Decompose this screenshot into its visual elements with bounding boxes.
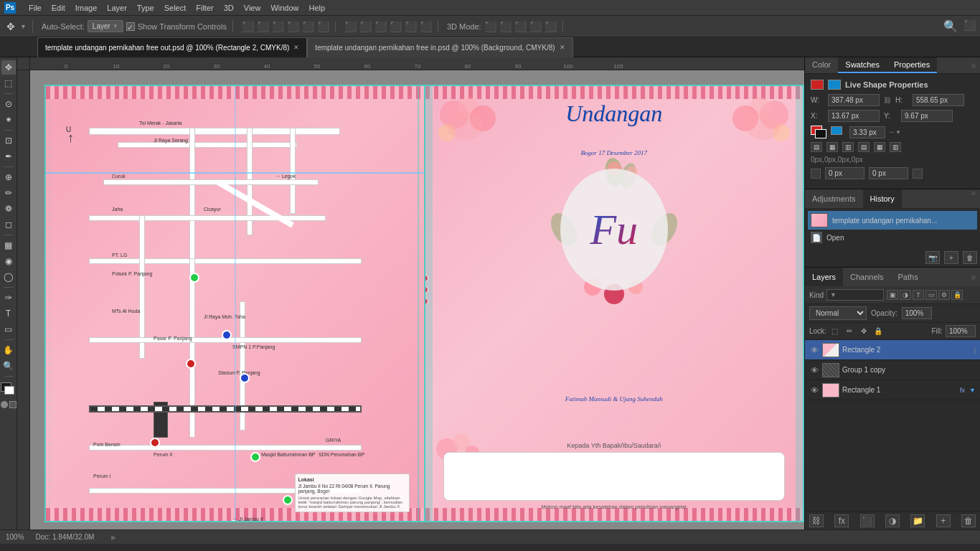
layer-eye-rect1[interactable]: 👁	[809, 385, 819, 395]
stroke-size-input[interactable]	[849, 126, 885, 138]
clone-tool[interactable]: ❁	[1, 202, 16, 216]
layer-link-btn[interactable]: ⛓	[809, 514, 824, 527]
hand-tool[interactable]: ✋	[1, 343, 16, 357]
filter-adjust-icon[interactable]: ◑	[900, 290, 911, 300]
tab-channels[interactable]: Channels	[843, 268, 890, 286]
tab-in[interactable]: template undangan pernikahan free in.psd…	[307, 37, 573, 57]
zoom-tool[interactable]: 🔍	[1, 359, 16, 373]
crop-tool[interactable]: ⊡	[1, 133, 16, 148]
tab-out[interactable]: template undangan pernikahan free out.ps…	[37, 37, 307, 57]
menu-select[interactable]: Select	[164, 4, 187, 12]
lock-transparent-btn[interactable]: ⬚	[829, 326, 841, 336]
radius-x-input[interactable]	[825, 167, 864, 179]
tab-swatches[interactable]: Swatches	[838, 57, 887, 73]
menu-help[interactable]: Help	[309, 4, 326, 12]
panel-expand-icon[interactable]: ≡	[967, 59, 980, 72]
canvas-content[interactable]: U ↑ Tol Merak - Jakarta Jl Raya Serang	[30, 70, 804, 529]
history-delete-btn[interactable]: 🗑	[963, 251, 977, 264]
transform-checkbox[interactable]: ✓	[126, 22, 135, 31]
stroke-color-box[interactable]	[831, 126, 845, 138]
layers-expand-icon[interactable]: ≡	[967, 273, 980, 281]
width-input[interactable]	[828, 94, 880, 106]
tab-history[interactable]: History	[863, 189, 902, 208]
eraser-tool[interactable]: ◻	[1, 217, 16, 232]
menu-view[interactable]: View	[244, 4, 261, 12]
x-input[interactable]	[828, 110, 880, 122]
history-item-open[interactable]: 📄 Open	[808, 230, 977, 245]
tab-in-close[interactable]: ✕	[560, 44, 565, 51]
layer-fx-btn[interactable]: fx	[834, 514, 849, 527]
layer-dropdown[interactable]: Layer ▼	[88, 20, 123, 32]
blur-tool[interactable]: ◉	[1, 254, 16, 268]
y-input[interactable]	[901, 110, 953, 122]
filter-pixel-icon[interactable]: ▣	[887, 290, 898, 300]
menu-type[interactable]: Type	[137, 4, 154, 12]
healing-tool[interactable]: ⊕	[1, 170, 16, 184]
stroke-swatch[interactable]	[828, 80, 841, 90]
align-top-icon[interactable]: ▤	[858, 142, 870, 152]
menu-window[interactable]: Window	[270, 4, 298, 12]
search-icon[interactable]: 🔍	[943, 19, 958, 33]
shape-tool[interactable]: ▭	[1, 322, 16, 336]
height-input[interactable]	[913, 94, 964, 106]
left-page[interactable]: U ↑ Tol Merak - Jakarta Jl Raya Serang	[44, 85, 425, 522]
canvas-area[interactable]: 0 10 20 30 40 50 60 70 80 90 100 105	[17, 57, 804, 529]
selection-tool[interactable]: ⬚	[1, 76, 16, 90]
right-page[interactable]: Undangan	[425, 85, 805, 522]
workspace-icon[interactable]: ⬛	[963, 19, 976, 33]
canvas-inner[interactable]: U ↑ Tol Merak - Jakarta Jl Raya Serang	[30, 70, 804, 529]
tab-paths[interactable]: Paths	[891, 268, 925, 286]
radius-y-input[interactable]	[869, 167, 908, 179]
filter-shape-icon[interactable]: ▭	[925, 290, 937, 300]
menu-layer[interactable]: Layer	[107, 4, 127, 12]
fill-input[interactable]	[946, 325, 976, 337]
history-new-btn[interactable]: +	[944, 251, 958, 264]
filter-lock-icon[interactable]: 🔒	[951, 290, 963, 300]
menu-3d[interactable]: 3D	[224, 4, 234, 12]
tab-color[interactable]: Color	[805, 57, 838, 73]
lock-all-btn[interactable]: 🔒	[872, 326, 884, 336]
layer-expand-icon[interactable]: ▼	[969, 387, 976, 394]
screen-mode-icon[interactable]	[9, 401, 17, 408]
fill-stroke-overlay[interactable]	[811, 126, 826, 138]
tab-out-close[interactable]: ✕	[293, 44, 299, 51]
layer-eye-group1[interactable]: 👁	[809, 365, 819, 375]
align-right-icon[interactable]: ▥	[842, 142, 854, 152]
history-expand-icon[interactable]: ≡	[967, 189, 980, 208]
layers-search[interactable]: ▼	[826, 289, 884, 301]
layer-adjustment-btn[interactable]: ◑	[885, 514, 900, 527]
stroke-type-dropdown[interactable]: ─ ▼	[890, 129, 901, 136]
tab-properties[interactable]: Properties	[887, 57, 937, 73]
opacity-input[interactable]	[902, 307, 932, 319]
menu-image[interactable]: Image	[75, 4, 98, 12]
align-bottom-icon[interactable]: ▥	[890, 142, 901, 152]
layer-delete-btn[interactable]: 🗑	[961, 514, 976, 527]
filter-type-icon[interactable]: T	[913, 290, 924, 300]
layer-mask-btn[interactable]: ⬛	[860, 514, 875, 527]
lock-pixels-btn[interactable]: ✏	[844, 326, 855, 336]
blend-mode-dropdown[interactable]: Normal Multiply Screen	[809, 306, 867, 320]
menu-edit[interactable]: Edit	[52, 4, 65, 12]
pen-tool[interactable]: ✑	[1, 291, 16, 305]
color-picker[interactable]	[1, 382, 17, 398]
lock-position-btn[interactable]: ✥	[858, 326, 870, 336]
menu-filter[interactable]: Filter	[196, 4, 213, 12]
tab-layers[interactable]: Layers	[805, 268, 843, 286]
lasso-tool[interactable]: ⊙	[1, 97, 16, 111]
brush-tool[interactable]: ✏	[1, 186, 16, 200]
layer-item-group1[interactable]: 👁 Group 1 copy	[805, 360, 980, 380]
align-left-icon[interactable]: ▤	[811, 142, 822, 152]
gradient-tool[interactable]: ▦	[1, 238, 16, 253]
fg-color-swatch[interactable]	[811, 80, 824, 90]
text-tool[interactable]: T	[1, 306, 16, 321]
layer-item-rect1[interactable]: 👁 Rectangle 1 fx ▼	[805, 380, 980, 400]
magic-wand-tool[interactable]: ⁕	[1, 113, 16, 127]
menu-file[interactable]: File	[29, 4, 42, 12]
tab-adjustments[interactable]: Adjustments	[805, 189, 863, 208]
filter-smart-icon[interactable]: ⚙	[938, 290, 950, 300]
align-middle-icon[interactable]: ▦	[874, 142, 885, 152]
layer-group-btn[interactable]: 📁	[910, 514, 925, 527]
eyedropper-tool[interactable]: ✒	[1, 149, 16, 164]
history-snapshot-btn[interactable]: 📷	[925, 251, 940, 264]
layer-new-btn[interactable]: +	[936, 514, 951, 527]
